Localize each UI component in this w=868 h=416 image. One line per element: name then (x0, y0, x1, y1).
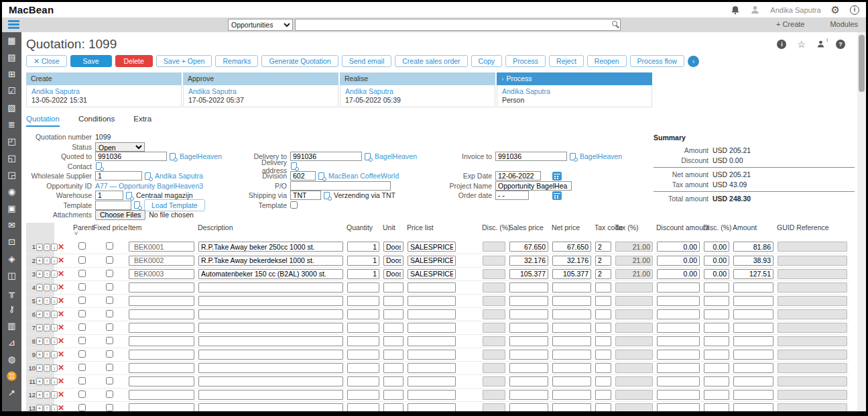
discount-amount-input[interactable] (657, 403, 700, 412)
parent-checkbox[interactable] (78, 310, 86, 317)
sales-price-input[interactable] (509, 309, 548, 319)
order-date-calendar-icon[interactable] (552, 191, 562, 200)
move-row-up-button[interactable]: ↑ (44, 244, 50, 251)
order-date-input[interactable] (495, 191, 529, 200)
tax-code-input[interactable] (595, 376, 611, 386)
mail-icon[interactable]: ✉ (8, 220, 15, 231)
unit-input[interactable] (383, 376, 404, 386)
add-row-button[interactable]: + (36, 405, 43, 411)
description-input[interactable] (198, 390, 343, 400)
sales-price-input[interactable] (509, 403, 548, 412)
price-list-input[interactable] (408, 376, 456, 386)
modules-button[interactable]: Modules (830, 20, 858, 28)
add-row-button[interactable]: + (36, 270, 43, 278)
description-input[interactable] (198, 350, 343, 360)
description-input[interactable] (198, 363, 343, 373)
disc2-input[interactable] (704, 282, 729, 293)
net-price-input[interactable] (552, 282, 591, 293)
parent-checkbox[interactable] (78, 323, 86, 331)
browse-division-icon[interactable] (318, 172, 324, 180)
add-row-button[interactable]: + (36, 337, 43, 345)
sales-price-input[interactable] (509, 282, 548, 293)
discount-amount-input[interactable] (657, 336, 700, 346)
description-input[interactable] (198, 323, 343, 333)
disc2-input[interactable] (704, 403, 729, 412)
price-list-input[interactable] (408, 363, 456, 373)
item-input[interactable] (129, 376, 194, 386)
browse-shipping-icon[interactable] (324, 192, 330, 199)
quantity-input[interactable] (347, 309, 379, 319)
process-button[interactable]: Process (505, 55, 546, 67)
description-input[interactable] (198, 376, 343, 386)
notifications-bell-icon[interactable] (731, 5, 740, 15)
add-row-button[interactable]: + (36, 257, 43, 264)
send-email-button[interactable]: Send email (342, 55, 392, 67)
warehouse-input[interactable] (95, 191, 123, 200)
item-input[interactable] (129, 296, 194, 306)
collapse-toolbar-button[interactable]: ‹ (688, 56, 699, 67)
person-info-icon[interactable]: i (816, 40, 825, 50)
delete-row-icon[interactable]: ✕ (54, 296, 64, 305)
planner-icon[interactable]: ▧ (7, 103, 15, 113)
quoted-to-link[interactable]: BagelHeaven (180, 152, 222, 160)
unit-input[interactable] (383, 403, 404, 412)
fixed-price-checkbox[interactable] (106, 323, 113, 331)
parent-checkbox[interactable] (78, 256, 86, 264)
template-checkbox[interactable] (290, 201, 298, 209)
price-list-input[interactable] (408, 350, 456, 360)
item-input[interactable] (129, 363, 194, 373)
statistics-icon[interactable]: ⊿ (8, 337, 15, 348)
fixed-price-checkbox[interactable] (106, 377, 113, 384)
net-price-input[interactable] (552, 363, 591, 373)
disc2-input[interactable] (704, 296, 729, 306)
delete-row-icon[interactable]: ✕ (54, 309, 64, 319)
quantity-input[interactable] (347, 376, 379, 386)
briefcase-icon[interactable]: ▣ (7, 203, 15, 214)
sales-price-input[interactable] (509, 336, 548, 346)
delivery-to-link[interactable]: BagelHeaven (375, 152, 417, 160)
invoice-to-input[interactable] (495, 152, 567, 161)
move-row-up-button[interactable]: ↑ (44, 337, 50, 345)
tax-code-input[interactable] (595, 323, 611, 333)
tax-code-input[interactable] (595, 309, 611, 319)
price-list-input[interactable] (408, 403, 456, 412)
description-input[interactable] (198, 269, 343, 279)
move-row-up-button[interactable]: ↑ (44, 405, 50, 411)
add-row-button[interactable]: + (36, 364, 43, 372)
discount-amount-input[interactable] (657, 390, 700, 400)
division-input[interactable] (290, 171, 316, 180)
browse-account-icon[interactable] (170, 153, 176, 160)
unit-input[interactable] (383, 336, 404, 346)
discount-amount-input[interactable] (657, 269, 700, 279)
price-list-input[interactable] (408, 336, 456, 346)
module-purchase-icon[interactable]: ◱ (7, 153, 15, 164)
shipping-via-input[interactable] (290, 191, 321, 200)
module-sales-icon[interactable]: ◰ (7, 136, 15, 147)
division-link[interactable]: MacBean CoffeeWorld (328, 172, 399, 180)
hr-icon[interactable]: ♊ (6, 371, 17, 382)
fixed-price-checkbox[interactable] (106, 404, 113, 411)
price-list-input[interactable] (408, 296, 456, 306)
unit-input[interactable] (383, 363, 404, 373)
save-open-button[interactable]: Save + Open (156, 55, 212, 67)
parent-checkbox[interactable] (78, 350, 86, 358)
net-price-input[interactable] (552, 376, 591, 386)
move-row-up-button[interactable]: ↑ (44, 297, 50, 305)
sales-price-input[interactable] (509, 323, 548, 333)
documents-icon[interactable]: ⊡ (8, 237, 15, 248)
fixed-price-checkbox[interactable] (106, 391, 113, 398)
tab-conditions[interactable]: Conditions (78, 115, 115, 127)
disc2-input[interactable] (704, 350, 729, 360)
disc2-input[interactable] (704, 323, 729, 333)
move-row-up-button[interactable]: ↑ (44, 351, 50, 358)
tab-extra[interactable]: Extra (133, 115, 151, 127)
calendar-icon[interactable]: ▦ (7, 36, 15, 46)
quoted-to-input[interactable] (95, 152, 167, 161)
fixed-price-checkbox[interactable] (106, 283, 113, 291)
status-select[interactable]: Open (95, 142, 145, 152)
description-input[interactable] (198, 403, 343, 412)
info-icon[interactable]: i (850, 5, 859, 15)
sales-price-input[interactable] (509, 269, 548, 279)
net-price-input[interactable] (552, 309, 591, 319)
disc2-input[interactable] (704, 376, 729, 386)
